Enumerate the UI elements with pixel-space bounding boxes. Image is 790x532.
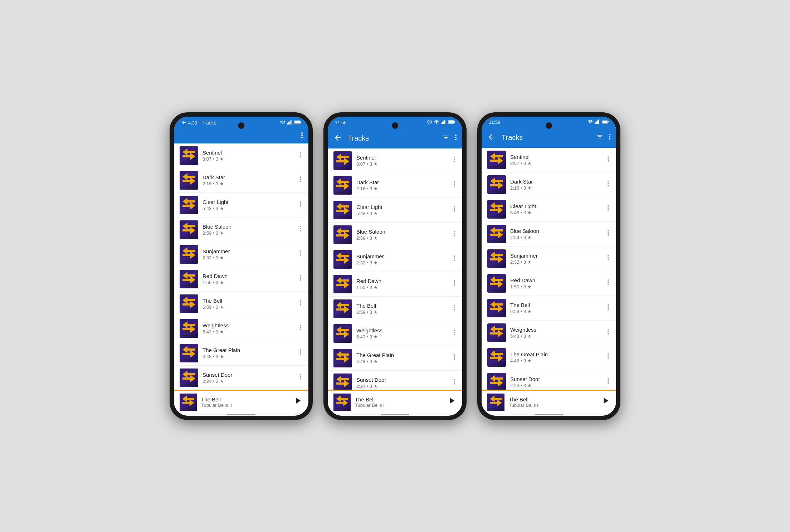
track-more-button[interactable] bbox=[606, 351, 610, 363]
signal-icon bbox=[595, 119, 600, 125]
track-more-button[interactable] bbox=[452, 179, 457, 191]
now-playing-title: The Bell bbox=[355, 396, 442, 402]
track-item[interactable]: Red Dawn1:50 • 3 ★ bbox=[174, 267, 308, 292]
track-item[interactable]: Dark Star2:16 • 3 ★ bbox=[328, 173, 462, 198]
track-more-button[interactable] bbox=[298, 322, 303, 334]
track-item[interactable]: Red Dawn1:50 • 3 ★ bbox=[328, 272, 462, 297]
track-item[interactable]: Sunjammer2:32 • 3 ★ bbox=[174, 242, 308, 267]
track-item[interactable]: Blue Saloon2:59 • 3 ★ bbox=[328, 223, 462, 247]
track-more-button[interactable] bbox=[452, 278, 457, 290]
track-item[interactable]: Sunjammer2:32 • 3 ★ bbox=[482, 247, 616, 271]
track-more-button[interactable] bbox=[606, 302, 610, 314]
track-item[interactable]: Sentinel8:07 • 3 ★ bbox=[328, 148, 462, 173]
track-item[interactable]: Clear Light5:48 • 3 ★ bbox=[174, 193, 308, 218]
svg-rect-69 bbox=[181, 360, 197, 361]
svg-point-35 bbox=[300, 226, 301, 227]
track-more-button[interactable] bbox=[452, 327, 457, 339]
track-item[interactable]: Weightless5:43 • 3 ★ bbox=[482, 321, 616, 345]
track-meta: 8:07 • 3 ★ bbox=[510, 161, 602, 166]
track-item[interactable]: The Bell6:59 • 3 ★ bbox=[174, 292, 308, 316]
camera-notch bbox=[238, 122, 244, 129]
svg-rect-3 bbox=[291, 120, 292, 125]
track-name: Red Dawn bbox=[356, 278, 448, 284]
track-more-button[interactable] bbox=[606, 179, 610, 190]
back-button[interactable] bbox=[333, 133, 342, 143]
track-item[interactable]: Sunjammer2:32 • 3 ★ bbox=[328, 247, 462, 272]
toolbar: Tracks bbox=[328, 128, 462, 148]
track-more-button[interactable] bbox=[298, 273, 303, 285]
svg-point-199 bbox=[609, 138, 610, 140]
track-thumbnail bbox=[180, 245, 198, 264]
track-meta: 8:07 • 3 ★ bbox=[356, 161, 448, 167]
track-info: Sentinel8:07 • 3 ★ bbox=[203, 150, 294, 162]
track-more-button[interactable] bbox=[452, 204, 457, 216]
more-button[interactable] bbox=[455, 134, 457, 143]
play-button[interactable] bbox=[447, 396, 457, 408]
track-item[interactable]: Weightless5:43 • 3 ★ bbox=[174, 316, 308, 341]
play-button[interactable] bbox=[293, 396, 303, 408]
track-more-button[interactable] bbox=[452, 229, 457, 240]
track-more-button[interactable] bbox=[298, 199, 303, 211]
now-playing-bar[interactable]: The BellTubular Bells II bbox=[328, 390, 462, 414]
track-more-button[interactable] bbox=[298, 224, 303, 235]
track-more-button[interactable] bbox=[298, 372, 303, 384]
track-item[interactable]: Sunset Door2:24 • 3 ★ bbox=[328, 371, 462, 390]
track-item[interactable]: The Bell6:59 • 3 ★ bbox=[328, 297, 462, 321]
svg-rect-217 bbox=[489, 216, 504, 217]
track-item[interactable]: Dark Star2:16 • 3 ★ bbox=[174, 168, 308, 193]
back-icon-status[interactable] bbox=[181, 119, 187, 126]
back-button[interactable] bbox=[487, 133, 496, 143]
track-name: Blue Saloon bbox=[203, 224, 294, 230]
status-bar-right bbox=[427, 119, 455, 126]
track-item[interactable]: Sunset Door2:24 • 3 ★ bbox=[482, 370, 616, 390]
track-item[interactable]: Clear Light5:48 • 3 ★ bbox=[482, 197, 616, 222]
track-more-button[interactable] bbox=[606, 228, 610, 240]
track-item[interactable]: Weightless5:43 • 3 ★ bbox=[328, 321, 462, 346]
track-item[interactable]: Sentinel8:07 • 3 ★ bbox=[482, 148, 616, 172]
play-button[interactable] bbox=[600, 396, 610, 408]
track-more-button[interactable] bbox=[452, 155, 457, 166]
track-more-button[interactable] bbox=[606, 253, 610, 264]
svg-point-36 bbox=[300, 228, 301, 229]
track-item[interactable]: The Bell6:59 • 3 ★ bbox=[482, 296, 616, 321]
track-item[interactable]: The Great Plain4:48 • 3 ★ bbox=[482, 345, 616, 370]
track-more-button[interactable] bbox=[298, 298, 303, 309]
svg-point-164 bbox=[454, 334, 455, 335]
track-item[interactable]: Red Dawn1:50 • 3 ★ bbox=[482, 271, 616, 296]
track-more-button[interactable] bbox=[606, 154, 610, 166]
track-more-button[interactable] bbox=[606, 277, 610, 289]
svg-rect-161 bbox=[335, 340, 351, 341]
svg-point-239 bbox=[608, 279, 609, 281]
track-more-button[interactable] bbox=[606, 376, 610, 388]
filter-button[interactable] bbox=[442, 134, 449, 143]
track-more-button[interactable] bbox=[298, 347, 303, 359]
track-more-button[interactable] bbox=[452, 352, 457, 364]
track-more-button[interactable] bbox=[298, 248, 303, 260]
svg-point-176 bbox=[454, 379, 455, 380]
filter-button[interactable] bbox=[596, 133, 603, 142]
track-item[interactable]: Dark Star2:16 • 3 ★ bbox=[482, 172, 616, 197]
track-item[interactable]: Clear Light5:48 • 3 ★ bbox=[328, 198, 462, 223]
now-playing-bar[interactable]: The BellTubular Bells II bbox=[482, 390, 616, 414]
more-button[interactable] bbox=[301, 132, 303, 141]
track-more-button[interactable] bbox=[452, 377, 457, 389]
track-more-button[interactable] bbox=[606, 203, 610, 215]
track-more-button[interactable] bbox=[298, 150, 303, 161]
nav-indicator bbox=[535, 414, 563, 415]
track-more-button[interactable] bbox=[452, 303, 457, 314]
more-button[interactable] bbox=[609, 133, 610, 142]
svg-rect-34 bbox=[181, 236, 197, 237]
track-more-button[interactable] bbox=[606, 327, 610, 338]
track-more-button[interactable] bbox=[452, 253, 457, 265]
track-item[interactable]: The Great Plain4:48 • 3 ★ bbox=[328, 346, 462, 371]
track-name: The Bell bbox=[203, 298, 294, 304]
track-more-button[interactable] bbox=[298, 174, 303, 186]
now-playing-bar[interactable]: The BellTubular Bells II bbox=[174, 390, 308, 414]
track-item[interactable]: The Great Plain4:48 • 3 ★ bbox=[174, 341, 308, 366]
track-name: Weightless bbox=[356, 327, 448, 333]
track-item[interactable]: Sunset Door2:24 • 3 ★ bbox=[174, 366, 308, 390]
track-thumbnail bbox=[487, 175, 506, 194]
track-item[interactable]: Sentinel8:07 • 3 ★ bbox=[174, 143, 308, 168]
track-item[interactable]: Blue Saloon2:59 • 3 ★ bbox=[482, 222, 616, 247]
track-item[interactable]: Blue Saloon2:59 • 3 ★ bbox=[174, 218, 308, 242]
